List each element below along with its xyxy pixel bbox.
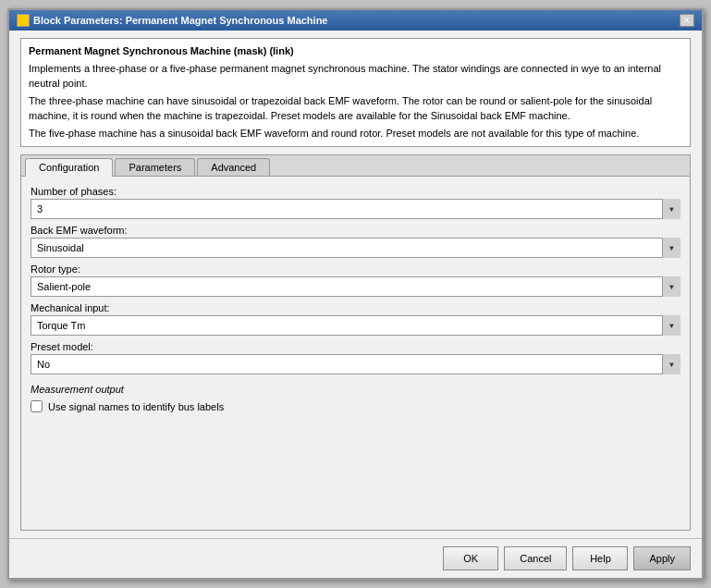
- description-line2: Implements a three-phase or a five-phase…: [29, 62, 682, 91]
- tab-bar: Configuration Parameters Advanced: [21, 155, 690, 177]
- content-spacer: [31, 418, 680, 446]
- signal-names-checkbox[interactable]: [31, 400, 43, 412]
- description-box: Permanent Magnet Synchronous Machine (ma…: [20, 38, 691, 147]
- measurement-label: Measurement output: [31, 384, 680, 395]
- checkbox-row: Use signal names to identify bus labels: [31, 400, 680, 412]
- mechanical-input-wrapper: Torque Tm Speed w: [31, 315, 680, 336]
- cancel-button[interactable]: Cancel: [504, 546, 567, 570]
- apply-button[interactable]: Apply: [633, 546, 691, 570]
- number-of-phases-wrapper: 3 5: [31, 199, 680, 219]
- preset-model-label: Preset model:: [31, 341, 680, 352]
- measurement-section: Measurement output Use signal names to i…: [31, 384, 680, 412]
- tab-advanced[interactable]: Advanced: [197, 158, 270, 176]
- rotor-type-select[interactable]: Salient-pole Round: [31, 276, 680, 297]
- window-title: Block Parameters: Permanent Magnet Synch…: [33, 15, 327, 26]
- rotor-type-wrapper: Salient-pole Round: [31, 276, 680, 297]
- back-emf-wrapper: Sinusoidal Trapezoidal: [31, 238, 680, 258]
- preset-model-wrapper: No: [31, 354, 680, 374]
- number-of-phases-label: Number of phases:: [31, 186, 680, 197]
- title-bar-controls: ✕: [680, 14, 694, 27]
- bottom-bar: OK Cancel Help Apply: [9, 538, 702, 578]
- back-emf-label: Back EMF waveform:: [31, 225, 680, 236]
- preset-model-select[interactable]: No: [31, 354, 680, 374]
- main-window: Block Parameters: Permanent Magnet Synch…: [7, 8, 704, 580]
- number-of-phases-select[interactable]: 3 5: [31, 199, 680, 219]
- signal-names-label: Use signal names to identify bus labels: [48, 401, 224, 412]
- tab-content-configuration: Number of phases: 3 5 Back EMF waveform:: [21, 177, 690, 530]
- title-bar: Block Parameters: Permanent Magnet Synch…: [9, 10, 702, 31]
- rotor-type-label: Rotor type:: [31, 263, 680, 275]
- mechanical-input-label: Mechanical input:: [31, 302, 680, 313]
- description-line3: The three-phase machine can have sinusoi…: [29, 94, 682, 123]
- rotor-type-group: Rotor type: Salient-pole Round: [31, 263, 680, 297]
- window-icon: [17, 14, 30, 27]
- tab-panel: Configuration Parameters Advanced Number…: [20, 154, 691, 531]
- close-button[interactable]: ✕: [680, 14, 694, 27]
- number-of-phases-group: Number of phases: 3 5: [31, 186, 680, 219]
- tab-configuration[interactable]: Configuration: [25, 158, 113, 177]
- description-title: Permanent Magnet Synchronous Machine (ma…: [29, 45, 294, 56]
- preset-model-group: Preset model: No: [31, 341, 680, 374]
- mechanical-input-select[interactable]: Torque Tm Speed w: [31, 315, 680, 336]
- back-emf-group: Back EMF waveform: Sinusoidal Trapezoida…: [31, 225, 680, 258]
- description-line4: The five-phase machine has a sinusoidal …: [29, 127, 682, 141]
- tab-parameters[interactable]: Parameters: [115, 158, 195, 176]
- mechanical-input-group: Mechanical input: Torque Tm Speed w: [31, 302, 680, 336]
- help-button[interactable]: Help: [572, 546, 628, 570]
- back-emf-select[interactable]: Sinusoidal Trapezoidal: [31, 238, 680, 258]
- content-area: Permanent Magnet Synchronous Machine (ma…: [9, 31, 702, 538]
- ok-button[interactable]: OK: [443, 546, 498, 570]
